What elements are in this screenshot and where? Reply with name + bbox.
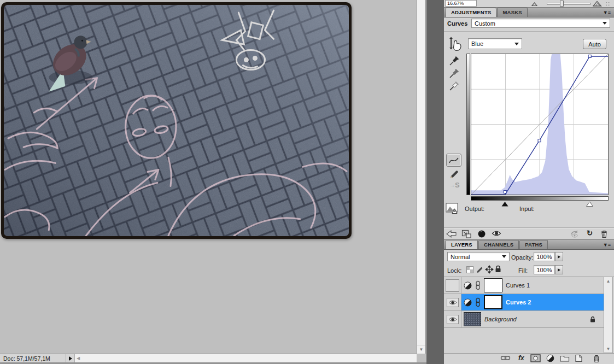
background-lock-icon bbox=[589, 316, 596, 323]
curves-graph[interactable] bbox=[466, 54, 610, 207]
lock-label: Lock: bbox=[447, 267, 461, 274]
layers-scrollbar[interactable]: ▲ ▼ bbox=[604, 277, 613, 353]
switch-panel-view-icon[interactable] bbox=[461, 230, 472, 238]
visibility-toggle[interactable] bbox=[447, 298, 459, 307]
channel-select[interactable]: Blue bbox=[468, 38, 522, 49]
link-layers-icon[interactable] bbox=[500, 354, 512, 362]
visibility-cell[interactable] bbox=[444, 277, 461, 293]
layer-list: Curves 1 Curves 2 bbox=[444, 277, 614, 353]
fill-spinner-button[interactable] bbox=[555, 265, 563, 274]
adjustments-panel-header: ADJUSTMENTS MASKS ▼≡ bbox=[444, 7, 614, 17]
selected-layer-row[interactable]: Curves 2 bbox=[461, 294, 604, 310]
dropdown-arrow-icon bbox=[502, 255, 506, 258]
tab-masks[interactable]: MASKS bbox=[497, 8, 527, 17]
output-gradient-bar bbox=[466, 54, 470, 195]
white-point-eyedropper-icon[interactable] bbox=[449, 80, 460, 91]
application-background bbox=[426, 0, 444, 364]
mask-link-chain-icon[interactable] bbox=[475, 297, 481, 307]
photo-canvas[interactable] bbox=[1, 2, 352, 239]
layer-name[interactable]: Curves 1 bbox=[506, 282, 530, 289]
adjustment-type-label: Curves bbox=[447, 20, 467, 27]
pencil-tool-icon[interactable] bbox=[449, 169, 459, 179]
vertical-scrollbar[interactable]: ▼ bbox=[417, 0, 426, 354]
layer-name[interactable]: Curves 2 bbox=[506, 299, 531, 306]
adjustments-footer: ↻ bbox=[444, 230, 614, 239]
opacity-value-field[interactable]: 100% bbox=[534, 252, 555, 261]
view-previous-state-icon bbox=[570, 230, 581, 238]
adjustment-layer-icon bbox=[464, 298, 472, 307]
eye-icon bbox=[448, 316, 457, 322]
visibility-empty-checkbox[interactable] bbox=[446, 279, 459, 292]
navigator-zoom-slider[interactable] bbox=[547, 3, 590, 5]
zoom-out-mountain-icon[interactable] bbox=[531, 2, 537, 6]
lock-all-padlock-icon[interactable] bbox=[494, 265, 502, 273]
curves-plot-area[interactable] bbox=[471, 54, 609, 195]
curve-point-icon bbox=[448, 156, 459, 164]
edit-points-tool-button[interactable] bbox=[446, 154, 461, 167]
add-layer-mask-icon[interactable] bbox=[530, 354, 541, 362]
tab-adjustments[interactable]: ADJUSTMENTS bbox=[446, 8, 496, 17]
layer-row-curves-1[interactable]: Curves 1 bbox=[444, 277, 604, 294]
layer-mask-thumbnail[interactable] bbox=[484, 278, 502, 292]
tab-paths[interactable]: PATHS bbox=[519, 240, 548, 249]
preset-value: Custom bbox=[475, 20, 495, 27]
navigator-zoom-field[interactable]: 16.67% bbox=[445, 0, 477, 7]
lock-position-move-icon[interactable] bbox=[485, 265, 494, 274]
layer-style-fx-icon[interactable]: fx bbox=[518, 354, 524, 362]
delete-adjustment-trash-icon[interactable] bbox=[600, 230, 608, 238]
status-menu-button[interactable] bbox=[66, 354, 75, 362]
curves-chart bbox=[471, 54, 608, 195]
opacity-spinner-button[interactable] bbox=[555, 252, 563, 261]
toggle-visibility-eye-icon[interactable] bbox=[492, 230, 501, 237]
blend-mode-select[interactable]: Normal bbox=[447, 252, 510, 261]
visibility-toggle[interactable] bbox=[447, 315, 459, 324]
scroll-down-icon[interactable]: ▼ bbox=[417, 345, 425, 354]
targeted-adjustment-tool-icon[interactable] bbox=[447, 37, 462, 52]
opacity-label: Opacity: bbox=[511, 254, 533, 261]
scroll-down-icon[interactable]: ▼ bbox=[604, 345, 612, 353]
curves-preset-select[interactable]: Custom bbox=[471, 19, 610, 28]
gray-point-eyedropper-icon[interactable] bbox=[449, 68, 460, 79]
visibility-cell[interactable] bbox=[444, 311, 461, 327]
spinner-arrow-icon bbox=[558, 268, 560, 272]
layer-row-curves-2[interactable]: Curves 2 bbox=[444, 294, 604, 311]
scroll-up-icon[interactable]: ▲ bbox=[604, 277, 612, 285]
lock-pixels-brush-icon[interactable] bbox=[476, 266, 484, 274]
fill-value-field[interactable]: 100% bbox=[534, 265, 555, 274]
delete-layer-trash-icon[interactable] bbox=[593, 354, 600, 363]
highlight-input-slider[interactable] bbox=[586, 202, 593, 207]
new-adjustment-layer-icon[interactable] bbox=[546, 354, 554, 362]
navigator-zoom-slider-thumb[interactable] bbox=[560, 1, 564, 7]
layer-mask-thumbnail[interactable] bbox=[484, 295, 502, 309]
panel-resize-grip[interactable] bbox=[606, 2, 611, 7]
shadow-input-slider[interactable] bbox=[501, 202, 508, 207]
new-layer-icon[interactable] bbox=[575, 354, 583, 362]
zoom-in-mountain-icon[interactable] bbox=[593, 1, 602, 7]
layer-row-background[interactable]: Background bbox=[444, 311, 604, 328]
lock-transparency-icon[interactable] bbox=[466, 266, 473, 273]
photoshop-workspace: ▼ Doc: 57,1M/57,1M ◀ 16.67% ADJUSTMENTS … bbox=[0, 0, 614, 364]
input-slider-track bbox=[471, 202, 609, 207]
horizontal-scrollbar[interactable]: ◀ bbox=[75, 354, 417, 362]
layer-name[interactable]: Background bbox=[484, 316, 517, 322]
new-group-folder-icon[interactable] bbox=[560, 354, 570, 362]
document-status-bar: Doc: 57,1M/57,1M ◀ bbox=[0, 354, 417, 362]
output-label: Output: bbox=[465, 206, 484, 212]
clip-to-layer-icon[interactable] bbox=[477, 230, 486, 238]
panel-menu-icon[interactable]: ▼≡ bbox=[603, 10, 611, 15]
reset-adjustment-icon[interactable]: ↻ bbox=[587, 230, 593, 237]
layers-panel: Normal Opacity: 100% Lock: Fill: 100% bbox=[444, 250, 614, 364]
mask-link-chain-icon[interactable] bbox=[475, 280, 481, 290]
auto-button[interactable]: Auto bbox=[583, 39, 606, 49]
visibility-cell[interactable] bbox=[444, 294, 461, 310]
tab-channels[interactable]: CHANNELS bbox=[478, 240, 519, 249]
layers-footer: fx bbox=[444, 353, 614, 362]
black-point-eyedropper-icon[interactable] bbox=[449, 55, 460, 66]
panel-menu-icon[interactable]: ▼≡ bbox=[603, 242, 611, 248]
return-to-adjustment-list-icon[interactable] bbox=[446, 230, 457, 238]
background-layer-thumbnail[interactable] bbox=[464, 312, 481, 326]
clipping-display-icon[interactable] bbox=[446, 203, 459, 214]
photo-image bbox=[4, 5, 349, 236]
tab-layers[interactable]: LAYERS bbox=[446, 240, 478, 249]
smooth-curve-icon[interactable]: →S bbox=[449, 181, 460, 189]
